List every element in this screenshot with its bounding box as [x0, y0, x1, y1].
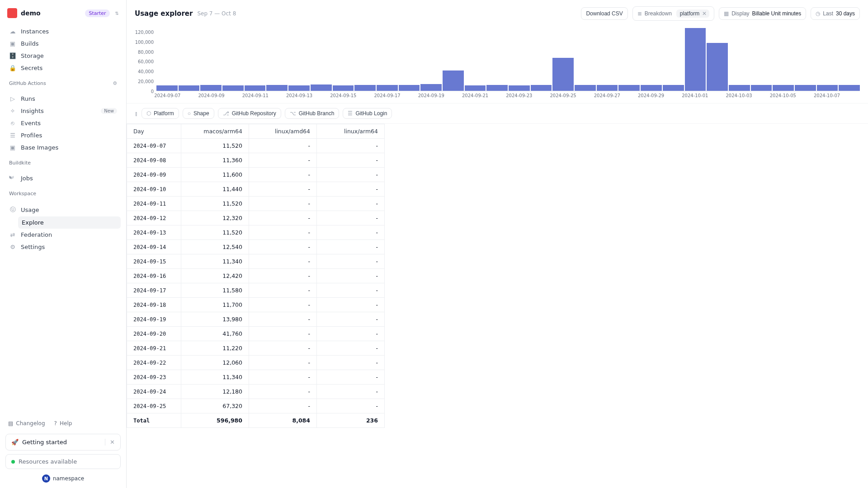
breakdown-button[interactable]: ≣ Breakdown platform ✕	[632, 6, 714, 21]
filter-github-branch[interactable]: ⌥GitHub Branch	[285, 108, 340, 119]
section-label: Buildkite	[9, 160, 31, 166]
table-row[interactable]: 2024-09-1011,440--	[127, 182, 385, 197]
table-row[interactable]: 2024-09-2111,220--	[127, 341, 385, 356]
sidebar-item-storage[interactable]: 🗄️Storage	[5, 50, 121, 62]
table-row[interactable]: 2024-09-2041,760--	[127, 327, 385, 341]
chart-bar[interactable]	[377, 85, 398, 91]
chart-bar[interactable]	[839, 85, 860, 91]
table-row[interactable]: 2024-09-0811,360--	[127, 153, 385, 168]
sidebar-item-federation[interactable]: ⇄Federation	[5, 229, 121, 241]
close-icon[interactable]: ✕	[105, 439, 115, 446]
filter-icon[interactable]: ⫿	[135, 110, 138, 117]
sidebar-item-insights[interactable]: ✧InsightsNew	[5, 105, 121, 117]
table-row[interactable]: 2024-09-1511,340--	[127, 254, 385, 269]
col-macos-arm64[interactable]: macos/arm64	[181, 124, 249, 139]
filter-shape[interactable]: ○Shape	[183, 108, 214, 119]
table-row[interactable]: 2024-09-2311,340--	[127, 370, 385, 385]
chart-bar[interactable]	[795, 85, 816, 91]
chart-bar[interactable]	[311, 84, 332, 91]
sidebar-item-jobs[interactable]: Jobs	[5, 172, 121, 184]
brand-footer[interactable]: N namespace	[5, 474, 121, 483]
table-row[interactable]: 2024-09-0711,520--	[127, 139, 385, 153]
changelog-link[interactable]: ▤ Changelog	[5, 418, 48, 428]
col-linux-amd64[interactable]: linux/amd64	[249, 124, 317, 139]
chart-bar[interactable]	[531, 85, 552, 91]
chart-bar[interactable]	[597, 85, 618, 91]
sidebar-item-base-images[interactable]: ▣Base Images	[5, 141, 121, 154]
chart-bar[interactable]	[641, 85, 662, 91]
layout-icon: ▦	[724, 10, 729, 17]
chart-bar[interactable]	[618, 85, 640, 91]
chip-remove-icon[interactable]: ✕	[702, 10, 707, 17]
getting-started-card[interactable]: 🚀 Getting started ✕	[5, 434, 121, 450]
chart-bar[interactable]	[288, 85, 310, 91]
base-images-icon: ▣	[9, 144, 16, 151]
cell-macos-arm64: 12,180	[181, 385, 249, 399]
help-link[interactable]: ? Help	[52, 418, 75, 428]
storage-icon: 🗄️	[9, 52, 16, 59]
display-button[interactable]: ▦ Display Billable Unit minutes	[719, 7, 806, 20]
last-range-button[interactable]: ◷ Last 30 days	[811, 7, 860, 20]
chart-bar[interactable]	[222, 85, 244, 91]
cell-linux-amd64: -	[249, 211, 317, 225]
cell-macos-arm64: 11,340	[181, 254, 249, 269]
chart-bar[interactable]	[420, 84, 442, 91]
chart-bar[interactable]	[751, 85, 772, 91]
table-row[interactable]: 2024-09-2567,320--	[127, 399, 385, 413]
table-row[interactable]: 2024-09-1711,580--	[127, 283, 385, 298]
chart-bar[interactable]	[773, 85, 794, 91]
sidebar-item-secrets[interactable]: 🔒Secrets	[5, 62, 121, 74]
cell-day: 2024-09-14	[127, 240, 181, 254]
table-row[interactable]: 2024-09-1811,700--	[127, 298, 385, 312]
chart-bar[interactable]	[707, 43, 728, 91]
sidebar-item-instances[interactable]: ☁Instances	[5, 25, 121, 38]
chart-bar[interactable]	[465, 85, 486, 91]
table-row[interactable]: 2024-09-1311,520--	[127, 225, 385, 240]
table-row[interactable]: 2024-09-2412,180--	[127, 385, 385, 399]
sidebar-item-builds[interactable]: ▣Builds	[5, 38, 121, 50]
chart-bar[interactable]	[663, 85, 684, 91]
chart-bar[interactable]	[156, 85, 178, 91]
chart-bar[interactable]	[509, 85, 530, 91]
col-day[interactable]: Day	[127, 124, 181, 139]
chart-bar[interactable]	[399, 85, 420, 91]
chart-bar[interactable]	[486, 85, 508, 91]
table-row[interactable]: 2024-09-1212,320--	[127, 211, 385, 225]
table-row[interactable]: 2024-09-1111,520--	[127, 197, 385, 211]
sidebar-item-settings[interactable]: ⚙Settings	[5, 241, 121, 253]
filter-github-repository[interactable]: ⎇GitHub Repository	[218, 108, 281, 119]
chart-bar[interactable]	[333, 85, 354, 91]
chart-bar[interactable]	[200, 85, 222, 91]
chart-bar[interactable]	[266, 85, 288, 91]
col-linux-arm64[interactable]: linux/arm64	[317, 124, 385, 139]
chart-bar[interactable]	[245, 85, 266, 91]
chart-bar[interactable]	[685, 28, 706, 91]
sidebar-item-events[interactable]: ⎋Events	[5, 117, 121, 129]
chart-plot[interactable]	[156, 27, 860, 91]
filter-github-login[interactable]: ☰GitHub Login	[343, 108, 392, 119]
download-csv-button[interactable]: Download CSV	[581, 7, 627, 20]
chart-bar[interactable]	[552, 58, 574, 91]
table-row[interactable]: 2024-09-1612,420--	[127, 269, 385, 283]
resources-card[interactable]: Resources available	[5, 454, 121, 469]
table-row[interactable]: 2024-09-0911,600--	[127, 168, 385, 182]
cell-macos-arm64: 41,760	[181, 327, 249, 341]
sidebar-subitem-explore[interactable]: Explore	[18, 216, 121, 229]
gear-icon[interactable]: ⚙	[113, 80, 117, 86]
chart-bar[interactable]	[575, 85, 596, 91]
table-row[interactable]: 2024-09-1412,540--	[127, 240, 385, 254]
chart-bar[interactable]	[179, 85, 200, 91]
filter-platform[interactable]: ⬡Platform	[142, 108, 179, 119]
cell-day: 2024-09-21	[127, 341, 181, 356]
table-row[interactable]: 2024-09-2212,060--	[127, 356, 385, 370]
chart-bar[interactable]	[817, 85, 838, 91]
table-row[interactable]: 2024-09-1913,980--	[127, 312, 385, 327]
sidebar-item-runs[interactable]: ▷Runs	[5, 93, 121, 105]
usage-table-wrap[interactable]: Day macos/arm64 linux/amd64 linux/arm64 …	[127, 124, 868, 488]
chart-bar[interactable]	[354, 85, 376, 91]
chart-bar[interactable]	[443, 70, 464, 91]
sidebar-item-profiles[interactable]: ☰Profiles	[5, 129, 121, 141]
sidebar-item-usage[interactable]: ⓊUsage	[5, 203, 121, 216]
workspace-switcher[interactable]: demo Starter ⇅	[5, 5, 121, 21]
chart-bar[interactable]	[729, 85, 750, 91]
